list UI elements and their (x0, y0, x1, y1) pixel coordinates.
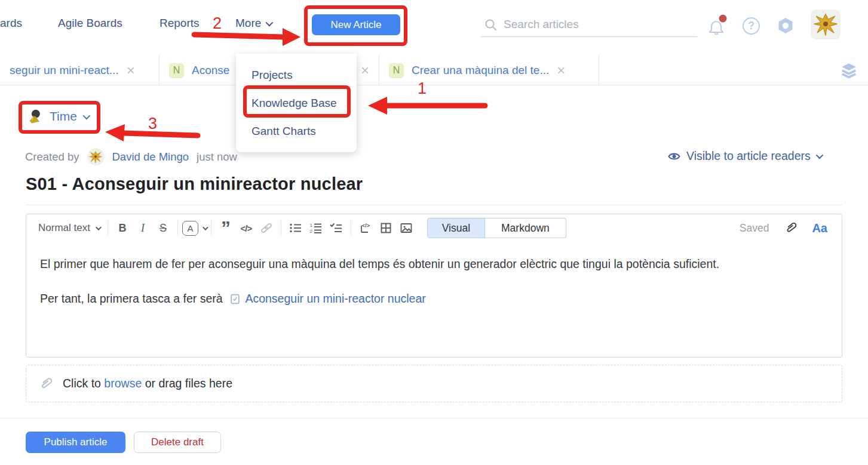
editor-toolbar: Normal text B I S A ” </> (26, 214, 842, 242)
drop-zone-text: Click to browse or drag files here (63, 377, 232, 390)
browse-link[interactable]: browse (104, 377, 142, 390)
search-icon (484, 19, 498, 32)
menu-item-projects-label: Projects (251, 69, 293, 82)
attach-file-button[interactable] (783, 218, 798, 238)
publish-article-button[interactable]: Publish article (26, 432, 125, 453)
mode-markdown-button[interactable]: Markdown (485, 218, 566, 238)
text-color-button[interactable]: A (182, 218, 207, 238)
link-button[interactable] (256, 218, 277, 238)
table-button[interactable] (376, 218, 396, 238)
insert-image-button[interactable] (396, 218, 416, 238)
italic-button[interactable]: I (133, 218, 153, 238)
editor-mode-toggle: Visual Markdown (427, 218, 566, 238)
article-title[interactable]: S01 - Aconseguir un minireactor nuclear (26, 174, 363, 194)
close-icon[interactable]: × (557, 63, 565, 78)
annotation-arrow-2-shaft (194, 35, 283, 37)
visibility-selector[interactable]: Visible to article readers (667, 149, 821, 163)
article-tab-bar: seguir un mini-react... × N Aconse × N C… (0, 56, 868, 85)
menu-item-gantt-charts[interactable]: Gantt Charts (236, 117, 357, 145)
author-avatar[interactable] (87, 148, 105, 165)
blockquote-button[interactable]: ” (216, 223, 236, 233)
close-icon[interactable]: × (361, 63, 369, 78)
phoenix-avatar-icon (812, 11, 839, 38)
link-chain-icon (260, 221, 273, 235)
nav-item-reports[interactable]: Reports (160, 17, 200, 30)
menu-item-knowledge-base-label: Knowledge Base (251, 97, 337, 110)
tab-article-1[interactable]: seguir un mini-react... × (0, 56, 160, 85)
saved-status: Saved (740, 222, 769, 235)
notifications-bell[interactable] (707, 14, 728, 38)
inline-code-button[interactable]: </> (236, 218, 256, 238)
nav-item-agile-boards[interactable]: Agile Boards (58, 17, 122, 30)
bullet-list-button[interactable] (286, 218, 306, 238)
close-icon[interactable]: × (127, 63, 135, 78)
nav-item-more-label: More (235, 17, 261, 30)
paperclip-icon (784, 221, 797, 235)
user-avatar[interactable] (811, 10, 841, 39)
project-selector-label: Time (50, 109, 77, 124)
code-block-button[interactable]: </> (355, 218, 376, 238)
article-reference-icon (230, 293, 240, 304)
code-block-icon: </> (359, 221, 372, 235)
bold-button[interactable]: B (112, 218, 133, 238)
checklist-icon (330, 222, 342, 234)
toolbar-separator (281, 220, 281, 236)
search-box[interactable] (481, 12, 697, 37)
annotation-number-3: 3 (148, 115, 157, 133)
new-badge: N (169, 63, 184, 78)
numbered-list-button[interactable]: 1 2 (306, 218, 326, 238)
tab-article-3[interactable]: N Crear una màquina del te... × (379, 56, 599, 85)
tab-article-3-label: Crear una màquina del te... (412, 64, 549, 77)
bell-icon (707, 14, 728, 36)
paragraph-style-label: Normal text (38, 222, 90, 234)
numbered-list-icon: 1 2 (309, 222, 322, 234)
paperclip-icon (38, 376, 53, 392)
nav-item-more[interactable]: More (235, 17, 271, 30)
text-color-a-icon: A (182, 221, 198, 236)
menu-item-projects[interactable]: Projects (236, 61, 357, 89)
help-button[interactable]: ? (743, 17, 760, 35)
article-reference-link[interactable]: Aconseguir un mini-reactor nuclear (245, 292, 425, 305)
annotation-arrow-1-head (368, 97, 387, 115)
toolbar-separator (211, 220, 211, 236)
search-input[interactable] (481, 12, 697, 37)
delete-draft-button[interactable]: Delete draft (134, 432, 221, 453)
stack-view-button[interactable] (840, 61, 858, 82)
drop-zone-prefix: Click to (63, 377, 101, 390)
annotation-number-2: 2 (213, 14, 222, 33)
paragraph-text: Per tant, la primera tasca a fer serà (40, 292, 223, 305)
text-settings-button[interactable]: Aa (812, 221, 827, 235)
strikethrough-button[interactable]: S (153, 218, 173, 238)
toolbar-separator (108, 220, 108, 236)
title-divider (26, 205, 842, 205)
menu-item-gantt-charts-label: Gantt Charts (251, 125, 316, 138)
project-selector-time[interactable]: Time (27, 107, 88, 125)
editor-content[interactable]: El primer que haurem de fer per aconsegu… (26, 242, 842, 309)
paragraph: El primer que haurem de fer per aconsegu… (40, 253, 828, 275)
author-link[interactable]: David de Mingo (112, 150, 189, 164)
settings-button[interactable] (776, 16, 795, 38)
tab-article-1-label: seguir un mini-react... (10, 64, 119, 77)
file-drop-zone[interactable]: Click to browse or drag files here (26, 365, 842, 402)
notification-dot (719, 15, 727, 23)
mode-visual-button[interactable]: Visual (427, 218, 485, 238)
created-by-label: Created by (25, 150, 79, 164)
created-time: just now (197, 150, 237, 164)
more-menu-dropdown: Projects Knowledge Base Gantt Charts (236, 54, 357, 152)
layers-icon (840, 61, 858, 79)
menu-item-knowledge-base[interactable]: Knowledge Base (236, 89, 357, 117)
knowledge-base-editor-page: ards Agile Boards Reports More New Artic… (0, 0, 868, 465)
checklist-button[interactable] (326, 218, 346, 238)
chevron-down-icon (815, 152, 823, 159)
nav-item-dashboards[interactable]: ards (0, 17, 22, 30)
article-editor: Normal text B I S A ” </> (26, 214, 842, 358)
paragraph-style-select[interactable]: Normal text (35, 222, 103, 234)
chevron-down-icon (266, 19, 274, 26)
svg-text:2: 2 (310, 229, 313, 234)
nav-item-dashboards-label: ards (0, 17, 22, 30)
eye-icon (667, 151, 681, 162)
drop-zone-suffix: or drag files here (145, 377, 232, 390)
paragraph: Per tant, la primera tasca a fer serà Ac… (40, 288, 828, 309)
annotation-arrow-3-shaft (123, 133, 198, 136)
new-article-button[interactable]: New Article (312, 14, 400, 35)
